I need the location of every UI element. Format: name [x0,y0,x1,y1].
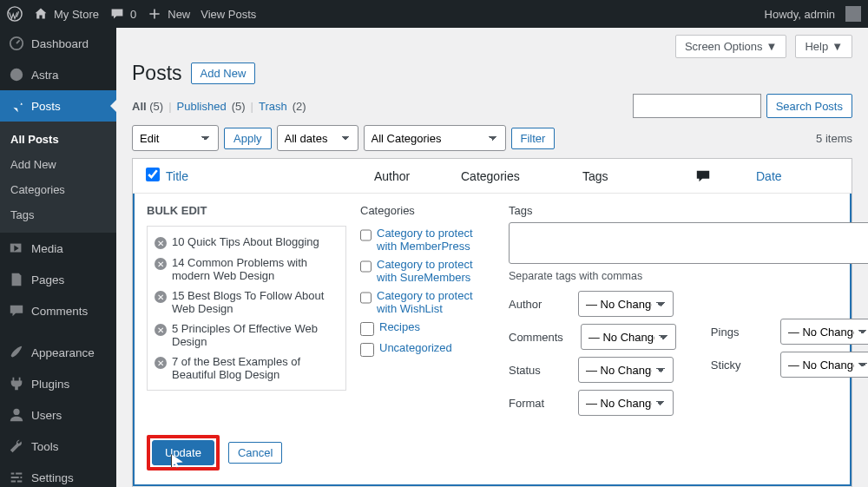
item-count: 5 items [816,132,852,145]
astra-icon [9,67,24,82]
bulk-title-item: ✕10 Quick Tips About Blogging [153,232,340,253]
avatar[interactable] [845,6,861,22]
view-posts-link[interactable]: View Posts [201,8,256,21]
category-checkbox[interactable]: Uncategorized [360,339,495,359]
sidebar-item-plugins[interactable]: Plugins [0,368,116,399]
site-home-link[interactable]: My Store [33,6,99,22]
col-title[interactable]: Title [166,169,374,183]
remove-icon[interactable]: ✕ [155,258,167,270]
bulk-title-item: ✕7 of the Best Examples of Beautiful Blo… [153,352,340,385]
sidebar-submenu-posts: All Posts Add New Categories Tags [0,122,116,233]
update-button[interactable]: Update [152,440,214,465]
sticky-select[interactable]: — No Change — [780,352,868,378]
new-content[interactable]: New [147,6,190,22]
sidebar-item-pages[interactable]: Pages [0,264,116,295]
author-select[interactable]: — No Change — [578,291,674,317]
sidebar-item-dashboard[interactable]: Dashboard [0,28,116,59]
tags-label: Tags [509,204,868,217]
comment-icon [109,6,125,22]
bulk-edit-panel: BULK EDIT ✕10 Quick Tips About Blogging … [133,194,852,486]
site-name: My Store [54,8,99,21]
pin-icon [9,98,24,114]
sidebar-item-media[interactable]: Media [0,233,116,264]
bulk-edit-heading: BULK EDIT [147,204,346,217]
admin-sidebar: Dashboard Astra Posts All Posts Add New … [0,28,116,487]
col-date[interactable]: Date [756,169,843,183]
filter-button[interactable]: Filter [511,128,556,149]
search-input[interactable] [633,94,761,118]
date-filter-select[interactable]: All dates [277,125,358,151]
comment-icon [695,168,711,184]
col-author: Author [374,169,461,183]
plus-icon [147,6,162,22]
category-filter-select[interactable]: All Categories [364,125,506,151]
user-icon [9,407,24,423]
category-checkbox[interactable]: Category to protect with WishList [360,286,495,318]
category-checkbox[interactable]: Category to protect with MemberPress [360,224,495,255]
submenu-tags[interactable]: Tags [0,202,116,227]
col-tags: Tags [582,169,695,183]
add-new-button[interactable]: Add New [191,63,256,84]
sidebar-item-appearance[interactable]: Appearance [0,337,116,368]
account-link[interactable]: Howdy, admin [765,8,835,21]
wp-logo[interactable] [7,6,23,22]
sidebar-item-settings[interactable]: Settings [0,462,116,487]
svg-point-4 [13,409,19,415]
media-icon [9,240,24,256]
pings-select[interactable]: — No Change — [780,319,868,345]
help-button[interactable]: Help ▼ [795,35,852,58]
category-checkbox[interactable]: Recipes [360,318,495,339]
categories-label: Categories [360,204,495,217]
cancel-button[interactable]: Cancel [228,442,282,464]
sidebar-item-posts[interactable]: Posts [0,90,116,122]
tags-textarea[interactable] [509,222,868,264]
bulk-edit-title-list: ✕10 Quick Tips About Blogging ✕14 Common… [147,226,346,391]
remove-icon[interactable]: ✕ [155,291,167,303]
category-checkbox[interactable]: Category to protect with SureMembers [360,255,495,286]
gauge-icon [9,36,24,51]
page-icon [9,272,24,287]
remove-icon[interactable]: ✕ [155,357,167,369]
comment-count: 0 [130,8,136,21]
screen-options-button[interactable]: Screen Options ▼ [675,35,786,58]
chevron-down-icon: ▼ [766,40,778,53]
plug-icon [9,376,24,392]
select-all-checkbox[interactable] [146,168,160,181]
sidebar-item-tools[interactable]: Tools [0,431,116,462]
wordpress-icon [7,6,23,22]
submenu-add-new[interactable]: Add New [0,152,116,177]
bulk-title-item: ✕15 Best Blogs To Follow About Web Desig… [153,286,340,319]
bulk-action-select[interactable]: Edit [132,125,219,151]
col-categories: Categories [461,169,582,183]
view-all[interactable]: All [132,100,147,113]
submenu-categories[interactable]: Categories [0,177,116,202]
comment-icon [9,303,24,319]
brush-icon [9,345,24,360]
status-select[interactable]: — No Change — [578,357,674,383]
remove-icon[interactable]: ✕ [155,324,167,336]
sidebar-item-users[interactable]: Users [0,399,116,431]
tags-hint: Separate tags with commas [509,270,868,282]
comments-bubble[interactable]: 0 [109,6,136,22]
apply-button[interactable]: Apply [224,128,272,149]
submenu-all-posts[interactable]: All Posts [0,127,116,152]
update-highlight: Update [147,435,220,471]
sliders-icon [9,470,24,485]
sidebar-item-comments[interactable]: Comments [0,295,116,326]
svg-point-2 [10,69,23,81]
comments-select[interactable]: — No Change — [581,324,676,350]
col-comments[interactable] [695,168,756,184]
page-title: Posts [132,62,182,85]
sidebar-item-astra[interactable]: Astra [0,59,116,90]
bulk-title-item: ✕5 Principles Of Effective Web Design [153,319,340,352]
chevron-down-icon: ▼ [832,40,843,53]
home-icon [33,6,49,22]
view-trash[interactable]: Trash [259,100,287,113]
table-header: Title Author Categories Tags Date [133,159,852,194]
bulk-title-item: ✕14 Common Problems with modern Web Desi… [153,253,340,286]
wrench-icon [9,438,24,454]
search-posts-button[interactable]: Search Posts [766,94,852,118]
format-select[interactable]: — No Change — [578,390,674,416]
remove-icon[interactable]: ✕ [155,237,167,249]
view-published[interactable]: Published [177,100,227,113]
